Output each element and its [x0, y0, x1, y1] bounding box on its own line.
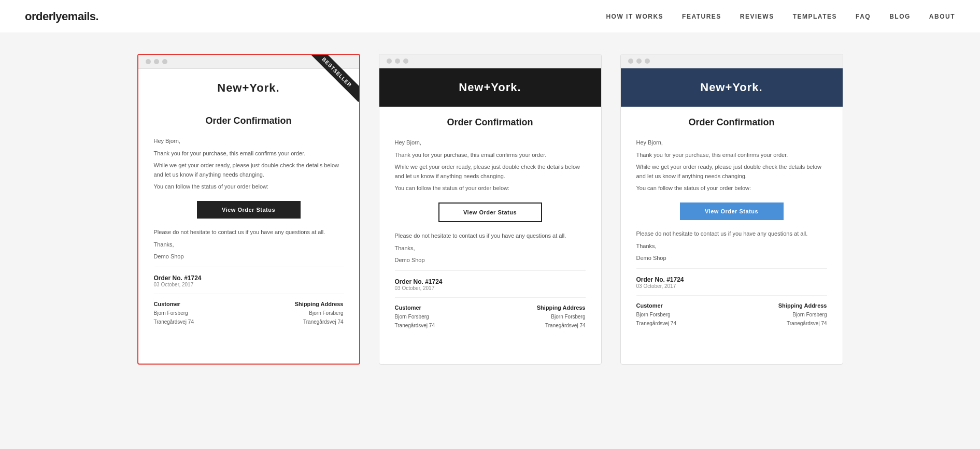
email-header: New+York.: [379, 68, 601, 107]
nav-item-about[interactable]: ABOUT: [929, 13, 955, 20]
dot-3: [162, 59, 167, 64]
shipping-name: Bjorn Forsberg: [792, 312, 827, 317]
footer-line1: Please do not hesitate to contact us if …: [636, 229, 827, 239]
order-date: 03 October, 2017: [154, 282, 344, 287]
order-details: Order No. #1724 03 October, 2017 Custome…: [395, 270, 586, 330]
nav-item-features[interactable]: FEATURES: [682, 13, 721, 20]
email-content: Order Confirmation Hey Bjorn, Thank you …: [621, 107, 843, 338]
dot-1: [628, 59, 633, 64]
customer-address: Tranegårdsvej 74: [154, 319, 194, 325]
shipping-address: Tranegårdsvej 74: [545, 323, 585, 328]
customer-name: Bjorn Forsberg: [636, 312, 671, 317]
line2-text: While we get your order ready, please ju…: [154, 161, 344, 179]
view-order-status-button[interactable]: View Order Status: [680, 202, 784, 220]
dot-1: [387, 59, 392, 64]
email-content: Order Confirmation Hey Bjorn, Thank you …: [379, 107, 601, 340]
nav-item-reviews[interactable]: REVIEWS: [740, 13, 774, 20]
bestseller-ribbon: BESTSELLER: [307, 55, 359, 107]
line1-text: Thank you for your purchase, this email …: [154, 149, 344, 158]
brand-title: New+York.: [395, 81, 586, 94]
order-number: Order No. #1724: [395, 278, 586, 285]
line2-text: While we get your order ready, please ju…: [636, 163, 827, 181]
customer-name: Bjorn Forsberg: [154, 310, 188, 316]
brand-title: New+York.: [636, 81, 827, 94]
customer-address: Tranegårdsvej 74: [395, 323, 435, 328]
customer-shipping: Customer Bjorn Forsberg Tranegårdsvej 74…: [395, 297, 586, 330]
order-date: 03 October, 2017: [395, 285, 586, 291]
footer-line3: Demo Shop: [395, 256, 586, 265]
order-details: Order No. #1724 03 October, 2017 Custome…: [154, 267, 344, 327]
dot-2: [636, 59, 642, 64]
nav-item-faq[interactable]: FAQ: [856, 13, 871, 20]
main-nav: HOW IT WORKSFEATURESREVIEWSTEMPLATESFAQB…: [606, 13, 955, 20]
line1-text: Thank you for your purchase, this email …: [395, 151, 586, 160]
view-order-status-button[interactable]: View Order Status: [197, 201, 301, 219]
site-logo[interactable]: orderlyemails.: [25, 10, 98, 23]
email-card-3[interactable]: New+York. Order Confirmation Hey Bjorn, …: [620, 54, 843, 365]
footer-line2: Thanks,: [395, 244, 586, 253]
order-number: Order No. #1724: [636, 276, 827, 283]
customer-col: Customer Bjorn Forsberg Tranegårdsvej 74: [154, 299, 194, 327]
footer-line1: Please do not hesitate to contact us if …: [395, 231, 586, 241]
customer-label: Customer: [395, 305, 421, 311]
greeting-text: Hey Bjorn,: [395, 138, 586, 148]
shipping-label: Shipping Address: [537, 305, 586, 311]
shipping-col: Shipping Address Bjorn Forsberg Tranegår…: [778, 301, 827, 328]
view-order-status-button[interactable]: View Order Status: [438, 202, 542, 222]
shipping-name: Bjorn Forsberg: [309, 310, 343, 316]
email-card-1[interactable]: BESTSELLER New+York. Order Confirmation …: [137, 54, 360, 365]
footer-line3: Demo Shop: [636, 254, 827, 263]
customer-label: Customer: [636, 302, 663, 309]
email-content: Order Confirmation Hey Bjorn, Thank you …: [138, 105, 359, 337]
dot-2: [395, 59, 400, 64]
greeting-text: Hey Bjorn,: [154, 137, 344, 146]
line3-text: You can follow the status of your order …: [636, 184, 827, 193]
customer-address: Tranegårdsvej 74: [636, 321, 676, 326]
main-content: BESTSELLER New+York. Order Confirmation …: [0, 33, 980, 385]
order-date: 03 October, 2017: [636, 283, 827, 289]
order-confirmation-title: Order Confirmation: [395, 117, 586, 128]
customer-name: Bjorn Forsberg: [395, 314, 429, 320]
line1-text: Thank you for your purchase, this email …: [636, 151, 827, 160]
browser-bar: [379, 54, 601, 68]
customer-shipping: Customer Bjorn Forsberg Tranegårdsvej 74…: [636, 295, 827, 328]
dot-2: [154, 59, 159, 64]
line2-text: While we get your order ready, please ju…: [395, 163, 586, 181]
dot-3: [403, 59, 408, 64]
order-confirmation-title: Order Confirmation: [636, 117, 827, 128]
email-header: New+York.: [621, 68, 843, 107]
footer-line2: Thanks,: [154, 240, 344, 250]
dot-1: [146, 59, 151, 64]
shipping-name: Bjorn Forsberg: [551, 314, 585, 320]
shipping-address: Tranegårdsvej 74: [303, 319, 343, 325]
customer-col: Customer Bjorn Forsberg Tranegårdsvej 74: [636, 301, 676, 328]
site-header: orderlyemails. HOW IT WORKSFEATURESREVIE…: [0, 0, 980, 33]
nav-item-templates[interactable]: TEMPLATES: [793, 13, 837, 20]
greeting-text: Hey Bjorn,: [636, 138, 827, 148]
footer-line1: Please do not hesitate to contact us if …: [154, 228, 344, 237]
dot-3: [645, 59, 650, 64]
order-confirmation-title: Order Confirmation: [154, 115, 344, 126]
nav-item-blog[interactable]: BLOG: [889, 13, 911, 20]
order-number: Order No. #1724: [154, 274, 344, 282]
shipping-address: Tranegårdsvej 74: [787, 321, 827, 326]
shipping-col: Shipping Address Bjorn Forsberg Tranegår…: [295, 299, 344, 327]
customer-label: Customer: [154, 301, 180, 307]
line3-text: You can follow the status of your order …: [395, 184, 586, 193]
shipping-label: Shipping Address: [778, 302, 827, 309]
logo-text-regular: orderly: [25, 10, 62, 23]
browser-bar: [621, 54, 843, 68]
ribbon-label: BESTSELLER: [307, 55, 359, 102]
customer-col: Customer Bjorn Forsberg Tranegårdsvej 74: [395, 303, 435, 330]
shipping-label: Shipping Address: [295, 301, 344, 307]
footer-line3: Demo Shop: [154, 252, 344, 262]
customer-shipping: Customer Bjorn Forsberg Tranegårdsvej 74…: [154, 294, 344, 327]
logo-text-bold: emails.: [62, 10, 98, 23]
order-details: Order No. #1724 03 October, 2017 Custome…: [636, 268, 827, 328]
line3-text: You can follow the status of your order …: [154, 182, 344, 192]
shipping-col: Shipping Address Bjorn Forsberg Tranegår…: [537, 303, 586, 330]
nav-item-how-it-works[interactable]: HOW IT WORKS: [606, 13, 663, 20]
footer-line2: Thanks,: [636, 242, 827, 251]
email-card-2[interactable]: New+York. Order Confirmation Hey Bjorn, …: [379, 54, 602, 365]
